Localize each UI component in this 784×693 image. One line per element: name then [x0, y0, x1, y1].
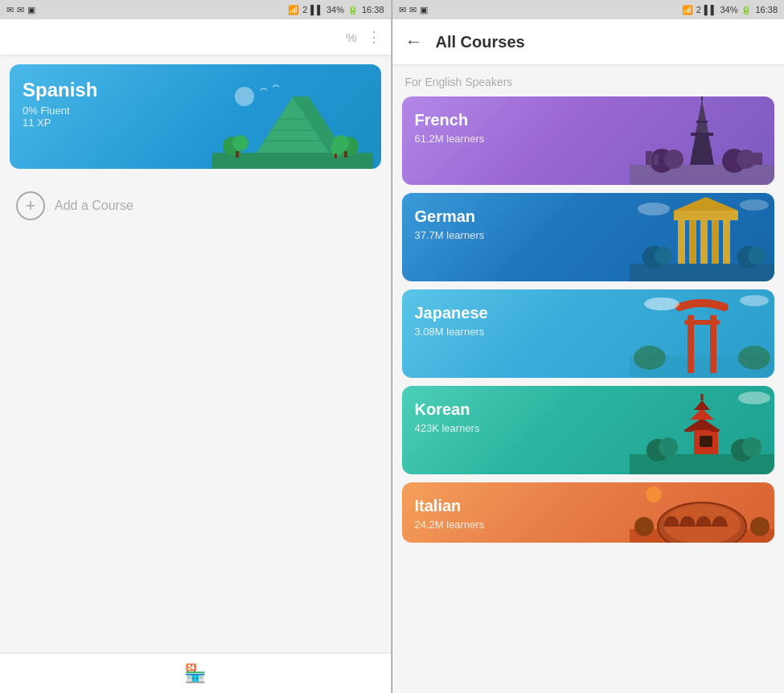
- korean-name: Korean: [415, 400, 480, 419]
- courses-list: For English Speakers French 61.2M learne…: [392, 64, 785, 693]
- spanish-card-text: Spanish 0% Fluent 11 XP: [10, 64, 381, 143]
- svg-marker-36: [674, 197, 738, 211]
- right-status-bar: ✉ ✉ ▣ 📶 2 ▌▌ 34% 🔋 16:38: [392, 0, 785, 19]
- italian-course-card[interactable]: Italian 24.2M learners: [402, 482, 775, 543]
- svg-rect-15: [630, 165, 774, 185]
- svg-point-62: [742, 437, 761, 457]
- add-course-button[interactable]: + Add a Course: [10, 182, 381, 230]
- svg-point-69: [646, 486, 662, 502]
- french-course-card[interactable]: French 61.2M learners: [402, 96, 775, 185]
- svg-rect-20: [696, 121, 708, 123]
- right-msg-icon: ✉: [399, 5, 406, 15]
- time-left: 16:38: [362, 5, 384, 14]
- svg-marker-54: [684, 418, 720, 430]
- right-battery-percent: 34%: [720, 5, 737, 14]
- svg-point-50: [634, 346, 666, 370]
- eiffel-illustration: [630, 96, 774, 185]
- svg-point-23: [664, 150, 683, 169]
- msg-icon: ✉: [6, 5, 14, 15]
- svg-point-63: [738, 392, 770, 404]
- svg-point-51: [738, 346, 770, 370]
- spanish-xp: 11 XP: [23, 117, 368, 129]
- battery-icon: 🔋: [347, 5, 359, 15]
- torii-illustration: [630, 289, 774, 378]
- italian-learners: 24.2M learners: [415, 519, 485, 531]
- file-icon: ▣: [27, 5, 35, 15]
- svg-rect-27: [754, 153, 762, 165]
- japanese-name: Japanese: [415, 304, 488, 322]
- right-status-icons-left: ✉ ✉ ▣: [399, 5, 428, 15]
- svg-rect-12: [344, 151, 347, 158]
- svg-rect-19: [692, 149, 712, 152]
- status-icons-left: ✉ ✉ ▣: [6, 5, 35, 15]
- french-learners: 61.2M learners: [415, 133, 485, 145]
- german-card-text: German 37.7M learners: [402, 193, 498, 256]
- italian-name: Italian: [415, 497, 485, 515]
- svg-rect-58: [700, 436, 712, 447]
- right-signal-bars: ▌▌: [704, 5, 717, 14]
- svg-point-68: [750, 517, 770, 536]
- svg-rect-33: [712, 217, 719, 264]
- section-label: For English Speakers: [402, 64, 775, 96]
- svg-point-25: [737, 150, 756, 169]
- right-battery-icon: 🔋: [741, 5, 752, 15]
- wifi-icon: 📶: [288, 5, 299, 15]
- svg-rect-28: [654, 154, 659, 165]
- network-label: 2: [302, 5, 307, 14]
- left-bottom-nav: 🏪: [0, 653, 391, 693]
- svg-rect-14: [335, 154, 337, 158]
- svg-rect-9: [236, 151, 239, 158]
- italian-card-text: Italian 24.2M learners: [402, 482, 498, 543]
- right-panel: ✉ ✉ ▣ 📶 2 ▌▌ 34% 🔋 16:38 ← All Courses F…: [392, 0, 785, 693]
- spanish-course-card[interactable]: Spanish 0% Fluent 11 XP: [10, 64, 381, 169]
- colosseum-illustration: [630, 482, 774, 543]
- svg-point-38: [740, 199, 769, 211]
- menu-dots[interactable]: ⋮: [367, 28, 381, 46]
- svg-point-60: [659, 437, 678, 457]
- shop-icon[interactable]: 🏪: [184, 663, 206, 684]
- svg-rect-18: [691, 133, 713, 136]
- japanese-learners: 3.08M learners: [415, 326, 488, 338]
- right-msg2-icon: ✉: [409, 5, 417, 15]
- spanish-fluent: 0% Fluent: [23, 105, 368, 117]
- korean-learners: 423K learners: [415, 422, 480, 434]
- signal-bars: ▌▌: [310, 5, 323, 14]
- add-course-label: Add a Course: [55, 199, 133, 213]
- left-content: Spanish 0% Fluent 11 XP: [0, 55, 391, 653]
- german-learners: 37.7M learners: [415, 229, 485, 241]
- svg-point-42: [748, 247, 766, 264]
- korean-course-card[interactable]: Korean 423K learners: [402, 386, 775, 474]
- french-name: French: [415, 111, 485, 129]
- add-icon: +: [16, 191, 45, 220]
- all-courses-title: All Courses: [436, 33, 525, 51]
- all-courses-header: ← All Courses: [392, 19, 785, 64]
- right-status-right: 📶 2 ▌▌ 34% 🔋 16:38: [682, 5, 778, 15]
- svg-point-37: [638, 203, 670, 215]
- svg-rect-34: [723, 217, 730, 264]
- percent-label: %: [346, 31, 356, 44]
- svg-rect-30: [678, 217, 685, 264]
- left-header: % ⋮: [0, 19, 391, 55]
- svg-marker-55: [690, 408, 714, 420]
- svg-rect-26: [646, 151, 652, 165]
- korean-card-text: Korean 423K learners: [402, 386, 493, 449]
- japanese-card-text: Japanese 3.08M learners: [402, 289, 501, 352]
- right-file-icon: ▣: [420, 5, 428, 15]
- svg-point-49: [740, 295, 769, 306]
- svg-marker-56: [694, 400, 710, 410]
- left-status-bar: ✉ ✉ ▣ 📶 2 ▌▌ 34% 🔋 16:38: [0, 0, 391, 19]
- right-time: 16:38: [755, 5, 778, 14]
- german-name: German: [415, 207, 485, 226]
- japanese-course-card[interactable]: Japanese 3.08M learners: [402, 289, 775, 378]
- gate-illustration: [630, 193, 774, 281]
- pagoda-illustration: [630, 386, 774, 474]
- svg-point-40: [655, 247, 672, 264]
- german-course-card[interactable]: German 37.7M learners: [402, 193, 775, 281]
- left-panel: ✉ ✉ ▣ 📶 2 ▌▌ 34% 🔋 16:38 % ⋮ Spanish 0% …: [0, 0, 392, 693]
- svg-point-48: [644, 297, 679, 310]
- spanish-title: Spanish: [23, 79, 368, 101]
- msg2-icon: ✉: [17, 5, 24, 15]
- svg-marker-17: [696, 100, 708, 133]
- right-wifi-icon: 📶: [682, 5, 693, 15]
- back-button[interactable]: ←: [405, 31, 423, 52]
